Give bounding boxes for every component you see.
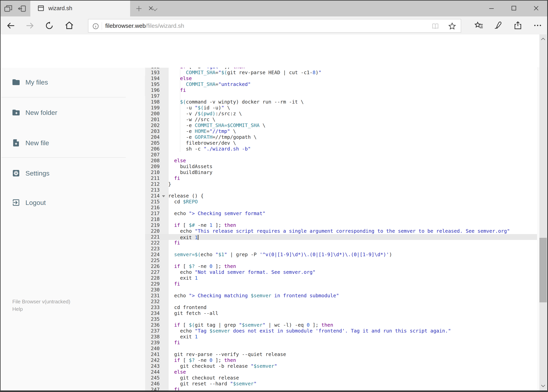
code-line[interactable]: 214release () {	[145, 193, 537, 199]
code-line[interactable]: 229 fi	[145, 281, 537, 287]
code-line[interactable]: 238 exit 1	[145, 334, 537, 340]
app-header	[0, 35, 548, 68]
code-line[interactable]: 212}	[145, 181, 537, 187]
tab-list-chevron-icon[interactable]	[151, 6, 159, 14]
code-line[interactable]: 244 else	[145, 369, 537, 375]
line-number: 235	[145, 316, 160, 322]
code-line[interactable]: 213	[145, 187, 537, 193]
code-line[interactable]: 205 filebrowser/dev \	[145, 140, 537, 146]
code-line[interactable]: 228 exit 1	[145, 275, 537, 281]
page-icon	[37, 4, 45, 12]
set-tabs-aside-button[interactable]	[17, 4, 27, 13]
line-number: 200	[145, 111, 160, 117]
code-line[interactable]: 217 echo "> Checking semver format"	[145, 210, 537, 217]
sidebar-item-settings[interactable]: Settings	[0, 167, 129, 179]
folder-plus-icon	[12, 108, 20, 117]
code-line[interactable]: 230	[145, 287, 537, 293]
code-line[interactable]: 204 -e GOPATH=//tmp/gopath \	[145, 134, 537, 140]
add-favorite-star-icon[interactable]	[448, 22, 457, 31]
code-line[interactable]: 246 git reset --hard "$semver"	[145, 381, 537, 387]
code-line[interactable]: 243 git checkout -b release "$semver"	[145, 363, 537, 369]
sidebar-item-my-files[interactable]: My files	[0, 76, 129, 88]
close-button[interactable]	[532, 4, 540, 12]
page-scrollbar[interactable]	[539, 35, 547, 391]
line-number: 204	[145, 134, 160, 140]
code-line[interactable]: 192 if [ -d ".git" ]; then	[145, 68, 537, 70]
maximize-button[interactable]	[509, 4, 518, 12]
address-bar[interactable]: filebrowser.web/files/wizard.sh	[88, 19, 461, 33]
reading-view-icon[interactable]	[431, 22, 439, 30]
code-line[interactable]: 200 -v /$(pwd):/src:z \	[145, 111, 537, 117]
code-line[interactable]: 227 echo "Not valid semver format. See s…	[145, 269, 537, 275]
code-line[interactable]: 197	[145, 93, 537, 99]
code-line[interactable]: 203 -e HOME="//tmp" \	[145, 128, 537, 134]
back-button[interactable]	[6, 21, 16, 30]
code-line[interactable]: 225	[145, 258, 537, 263]
minimize-button[interactable]	[487, 4, 496, 12]
home-button[interactable]	[64, 20, 74, 30]
web-note-pen-button[interactable]	[493, 20, 503, 30]
code-line[interactable]: 219 if [ $# -ne 1 ]; then	[145, 222, 537, 228]
code-line[interactable]: 241 git rev-parse --verify --quiet relea…	[145, 351, 537, 357]
code-line[interactable]: 245 git checkout release	[145, 375, 537, 381]
code-line[interactable]: 236 if [ $(git tag | grep "$semver" | wc…	[145, 322, 537, 328]
line-number: 218	[145, 217, 160, 222]
sidebar-item-logout[interactable]: Logout	[0, 196, 129, 209]
scroll-up-icon[interactable]	[540, 36, 546, 42]
browser-tab[interactable]: wizard.sh	[30, 0, 130, 16]
code-line[interactable]: 196 fi	[145, 87, 537, 93]
code-line[interactable]: 222 fi	[145, 240, 537, 246]
sidebar-item-new-file[interactable]: New file	[0, 137, 129, 149]
code-line[interactable]: 208 else	[145, 158, 537, 164]
sidebar-item-new-folder[interactable]: New folder	[0, 106, 129, 119]
code-line[interactable]: 221 exit 1	[145, 234, 537, 240]
code-line[interactable]: 232	[145, 299, 537, 305]
code-line[interactable]: 207	[145, 152, 537, 158]
code-line[interactable]: 224 semver=$(echo "$1" | grep -P '^v(0|[…	[145, 252, 537, 258]
scroll-down-icon[interactable]	[540, 383, 546, 389]
code-line[interactable]: 211 fi	[145, 175, 537, 181]
code-line[interactable]: 201 -w //src \	[145, 117, 537, 123]
fold-marker-icon[interactable]	[162, 195, 165, 197]
sidebar-item-label: Logout	[25, 196, 46, 209]
code-line[interactable]: 215 cd $REPO	[145, 199, 537, 205]
code-line[interactable]: 233 cd frontend	[145, 305, 537, 310]
code-line[interactable]: 202 -e COMMIT_SHA=$COMMIT_SHA \	[145, 123, 537, 128]
code-line[interactable]: 226 if [ $? -ne 0 ]; then	[145, 263, 537, 269]
hub-favorites-button[interactable]	[474, 20, 484, 30]
scrollbar-thumb[interactable]	[539, 238, 547, 302]
refresh-button[interactable]	[44, 21, 54, 30]
code-line[interactable]: 234 git fetch --all	[145, 310, 537, 316]
forward-button[interactable]	[25, 21, 35, 30]
code-line[interactable]: 210 buildBinary	[145, 169, 537, 175]
code-line[interactable]: 194 else	[145, 76, 537, 81]
sidebar: My files New folder New file Settings Lo…	[0, 68, 145, 391]
code-line[interactable]: 198 $(command -v winpty) docker run --rm…	[145, 99, 537, 105]
code-line[interactable]: 242 if [ $? -ne 0 ]; then	[145, 357, 537, 363]
code-line[interactable]: 209 buildAssets	[145, 164, 537, 169]
code-line[interactable]: 218	[145, 217, 537, 222]
code-line[interactable]: 193 COMMIT_SHA="$(git rev-parse HEAD | c…	[145, 70, 537, 76]
code-line[interactable]: 195 COMMIT_SHA="untracked"	[145, 81, 537, 87]
code-editor[interactable]: 192 if [ -d ".git" ]; then193 COMMIT_SHA…	[145, 68, 537, 391]
share-button[interactable]	[513, 20, 523, 30]
more-options-button[interactable]	[533, 20, 543, 30]
help-link[interactable]: Help	[12, 306, 23, 312]
code-line[interactable]: 240	[145, 346, 537, 351]
code-line[interactable]: 239 fi	[145, 340, 537, 346]
new-tab-button[interactable]	[135, 5, 143, 13]
line-number: 207	[145, 152, 160, 158]
code-line[interactable]: 220 echo "This release script requires a…	[145, 228, 537, 234]
code-line[interactable]: 216	[145, 205, 537, 210]
site-info-icon[interactable]	[92, 22, 99, 30]
line-number: 240	[145, 346, 160, 351]
code-line[interactable]: 231 echo "> Checking matching $semver in…	[145, 293, 537, 299]
tab-preview-button[interactable]	[4, 4, 13, 13]
line-number: 213	[145, 187, 160, 193]
code-line[interactable]: 237 echo "Tag $semver does not exist in …	[145, 328, 537, 334]
code-line[interactable]: 199 -u "$(id -u)" \	[145, 105, 537, 111]
code-line[interactable]: 247 fi	[145, 387, 537, 391]
code-line[interactable]: 235	[145, 316, 537, 322]
code-line[interactable]: 223	[145, 246, 537, 252]
code-line[interactable]: 206 sh -c "./wizard.sh -b"	[145, 146, 537, 152]
